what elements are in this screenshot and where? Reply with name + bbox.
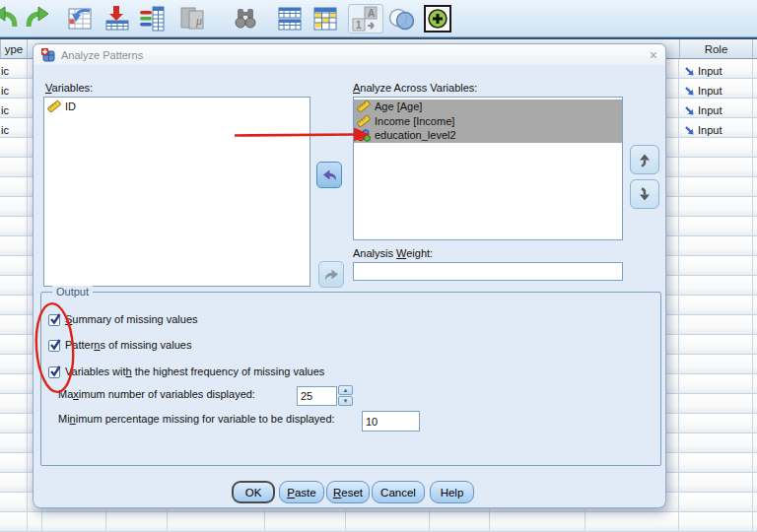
spin-up-icon[interactable]: ▲ bbox=[338, 385, 353, 395]
move-down-button[interactable] bbox=[630, 179, 659, 209]
output-group-label: Output bbox=[52, 286, 93, 298]
paste-button[interactable]: Paste bbox=[279, 481, 324, 503]
variables-list[interactable]: ID bbox=[43, 97, 310, 287]
analysis-weight-label: Analysis Weight: bbox=[353, 247, 433, 259]
role-cell[interactable]: Input bbox=[683, 120, 722, 139]
role-column-header[interactable]: Role bbox=[679, 39, 753, 59]
dialog-titlebar[interactable]: Analyze Patterns × bbox=[34, 44, 665, 65]
add-custom-icon[interactable] bbox=[423, 4, 452, 33]
input-role-icon bbox=[683, 104, 695, 116]
summary-checkbox[interactable] bbox=[48, 314, 60, 326]
svg-text:A: A bbox=[368, 8, 375, 19]
highest-frequency-checkbox[interactable] bbox=[48, 366, 60, 378]
find-icon bbox=[231, 4, 260, 33]
svg-text:μ: μ bbox=[195, 14, 202, 28]
close-icon[interactable]: × bbox=[650, 48, 657, 62]
help-button[interactable]: Help bbox=[430, 481, 474, 503]
descriptive-statistics-icon: μ bbox=[177, 4, 207, 33]
across-variables-label: Analyze Across Variables: bbox=[353, 82, 477, 94]
use-variable-sets-icon[interactable] bbox=[386, 4, 416, 33]
go-to-case-icon[interactable] bbox=[65, 4, 95, 33]
type-cell[interactable]: ic bbox=[1, 81, 9, 100]
check-icon bbox=[48, 337, 62, 351]
arrow-up-icon bbox=[638, 153, 652, 167]
input-role-icon bbox=[683, 85, 695, 97]
toolbar: μ A1 bbox=[0, 0, 757, 37]
type-column-header[interactable]: ype bbox=[0, 39, 28, 59]
scale-measure-icon bbox=[47, 100, 61, 112]
across-item-education[interactable]: education_level2 bbox=[354, 128, 622, 143]
spss-window: μ A1 ype Role ic bbox=[0, 0, 757, 532]
role-cell[interactable]: Input bbox=[683, 81, 722, 100]
patterns-checkbox[interactable] bbox=[48, 340, 60, 352]
min-percentage-field[interactable]: 10 bbox=[362, 411, 420, 432]
move-right-button bbox=[318, 261, 344, 288]
min-percentage-label: Minimum percentage missing for variable … bbox=[58, 413, 335, 425]
redo-icon[interactable] bbox=[24, 4, 53, 33]
arrow-down-icon bbox=[638, 187, 652, 202]
across-variables-list[interactable]: Age [Age] Income [Income] education_leve… bbox=[353, 97, 623, 240]
highest-frequency-checkbox-label[interactable]: Variables with the highest frequency of … bbox=[65, 366, 324, 377]
summary-checkbox-label[interactable]: Summary of missing values bbox=[65, 313, 198, 325]
insert-variables-icon[interactable] bbox=[138, 4, 168, 33]
toggle-value-labels-icon[interactable]: A1 bbox=[348, 4, 383, 33]
undo-icon[interactable] bbox=[0, 4, 20, 33]
check-icon bbox=[48, 364, 62, 377]
svg-text:1: 1 bbox=[356, 20, 362, 31]
input-role-icon bbox=[683, 124, 695, 136]
across-item-income[interactable]: Income [Income] bbox=[354, 114, 622, 129]
cancel-button[interactable]: Cancel bbox=[372, 481, 425, 503]
value-labels-icon[interactable] bbox=[310, 4, 340, 33]
scale-measure-icon bbox=[357, 115, 371, 127]
max-variables-stepper: ▲ ▼ bbox=[338, 385, 353, 406]
max-variables-field[interactable]: 25 bbox=[297, 386, 337, 406]
analysis-weight-field[interactable] bbox=[353, 262, 623, 281]
input-role-icon bbox=[683, 65, 695, 77]
max-variables-label: Maximum number of variables displayed: bbox=[58, 388, 255, 400]
split-file-icon[interactable] bbox=[275, 4, 305, 33]
dialog-icon bbox=[41, 48, 55, 62]
variable-item-id[interactable]: ID bbox=[44, 100, 310, 114]
ok-button[interactable]: OK bbox=[232, 481, 275, 503]
arrow-right-icon bbox=[323, 267, 340, 282]
role-cell[interactable]: Input bbox=[683, 100, 722, 119]
patterns-checkbox-label[interactable]: Patterns of missing values bbox=[65, 339, 191, 351]
spin-down-icon[interactable]: ▼ bbox=[338, 396, 353, 406]
reset-button[interactable]: Reset bbox=[326, 481, 370, 503]
type-cell[interactable]: ic bbox=[1, 120, 9, 139]
check-icon bbox=[48, 311, 62, 325]
role-cell[interactable]: Input bbox=[683, 61, 722, 80]
type-cell[interactable]: ic bbox=[1, 61, 9, 80]
variables-label: Variables: bbox=[45, 82, 93, 94]
nominal-measure-icon bbox=[357, 129, 371, 142]
move-left-button[interactable] bbox=[316, 162, 342, 188]
type-cell[interactable]: ic bbox=[1, 100, 9, 119]
across-item-age[interactable]: Age [Age] bbox=[354, 100, 622, 114]
move-up-button[interactable] bbox=[630, 145, 659, 174]
scale-measure-icon bbox=[357, 100, 371, 112]
arrow-left-icon bbox=[321, 167, 338, 182]
insert-cases-icon[interactable] bbox=[103, 4, 132, 33]
dialog-title: Analyze Patterns bbox=[61, 49, 143, 61]
analyze-patterns-dialog: Analyze Patterns × Variables: ID Analyze… bbox=[33, 43, 666, 508]
